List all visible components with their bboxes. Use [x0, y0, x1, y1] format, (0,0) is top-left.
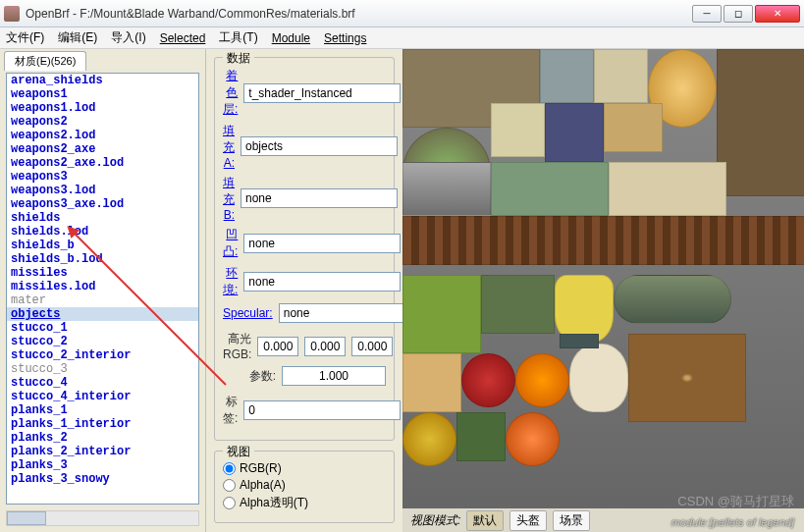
radio-rgb[interactable]: RGB(R): [223, 461, 386, 475]
viewmode-scene[interactable]: 场景: [553, 510, 590, 531]
list-item[interactable]: stucco_4_interior: [7, 390, 198, 403]
list-item[interactable]: objects: [7, 307, 198, 321]
diffB-input[interactable]: [241, 188, 398, 208]
app-icon: [4, 6, 20, 22]
window-titlebar: OpenBrf - F:/Mount&Blade Warband/CommonR…: [0, 0, 804, 27]
list-item[interactable]: shields_b.lod: [7, 252, 198, 266]
list-item[interactable]: shields_b: [7, 239, 198, 252]
menu-file[interactable]: 文件(F): [6, 29, 44, 46]
close-button[interactable]: ✕: [755, 5, 800, 23]
shader-label[interactable]: 着色层:: [223, 68, 238, 118]
list-item[interactable]: missiles.lod: [7, 280, 198, 293]
list-item[interactable]: planks_1_interior: [7, 417, 198, 431]
list-item[interactable]: stucco_3: [7, 362, 198, 376]
spec-r-input[interactable]: [257, 337, 298, 356]
list-item[interactable]: shields: [7, 211, 198, 225]
env-input[interactable]: [243, 272, 401, 292]
list-item[interactable]: stucco_4: [7, 376, 198, 390]
coeff-label: 参数:: [223, 368, 276, 385]
diffB-label[interactable]: 填充B:: [223, 175, 235, 222]
list-item[interactable]: weapons1: [7, 87, 198, 101]
list-item[interactable]: weapons2_axe.lod: [7, 156, 198, 170]
list-item[interactable]: missiles: [7, 266, 198, 280]
bump-label[interactable]: 凹凸:: [223, 227, 238, 260]
list-item[interactable]: weapons3_axe.lod: [7, 197, 198, 211]
list-item[interactable]: shields.lod: [7, 225, 198, 239]
viewmode-default[interactable]: 默认: [466, 510, 504, 531]
viewmode-helmet[interactable]: 头盔: [509, 510, 547, 531]
data-group: 数据 着色层: 填充A: 填充B: 凹凸: 环境: Spec: [214, 57, 395, 441]
status-text: module:[pellets of legend]: [671, 516, 794, 528]
diffA-label[interactable]: 填充A:: [223, 123, 235, 170]
menu-selected[interactable]: Selected: [160, 31, 206, 45]
list-item[interactable]: arena_shields: [7, 74, 198, 87]
menu-tools[interactable]: 工具(T): [219, 29, 257, 46]
material-list[interactable]: arena_shieldsweapons1weapons1.lodweapons…: [6, 73, 199, 505]
list-item[interactable]: planks_3: [7, 458, 198, 472]
list-item[interactable]: weapons1.lod: [7, 101, 198, 115]
menu-module[interactable]: Module: [272, 31, 310, 45]
menubar: 文件(F) 编辑(E) 导入(I) Selected 工具(T) Module …: [0, 27, 804, 49]
viewmode-label: 视图模式:: [410, 512, 460, 529]
coeff-input[interactable]: [282, 366, 386, 386]
radio-alpha[interactable]: Alpha(A): [223, 478, 386, 492]
list-item[interactable]: mater: [7, 293, 198, 307]
tag-input[interactable]: [243, 400, 401, 420]
view-legend: 视图: [223, 444, 254, 460]
list-item[interactable]: stucco_1: [7, 321, 198, 335]
list-item[interactable]: weapons3.lod: [7, 184, 198, 197]
list-item[interactable]: weapons2.lod: [7, 129, 198, 142]
maximize-button[interactable]: ◻: [724, 5, 753, 23]
specrgb-label: 高光RGB:: [223, 331, 251, 361]
window-title: OpenBrf - F:/Mount&Blade Warband/CommonR…: [26, 7, 692, 21]
list-item[interactable]: stucco_2_interior: [7, 348, 198, 362]
list-item[interactable]: planks_2_interior: [7, 445, 198, 458]
list-item[interactable]: planks_3_snowy: [7, 472, 198, 486]
view-group: 视图 RGB(R) Alpha(A) Alpha透明(T): [214, 451, 395, 523]
list-item[interactable]: planks_1: [7, 403, 198, 417]
bump-input[interactable]: [243, 234, 401, 253]
menu-edit[interactable]: 编辑(E): [58, 29, 97, 46]
tag-label: 标签:: [223, 394, 238, 427]
shader-input[interactable]: [243, 83, 401, 103]
list-item[interactable]: weapons3: [7, 170, 198, 184]
spec-g-input[interactable]: [304, 337, 346, 356]
tab-materials[interactable]: 材质(E)(526): [4, 51, 86, 71]
horizontal-scrollbar[interactable]: [6, 510, 199, 526]
env-label[interactable]: 环境:: [223, 265, 238, 298]
radio-alphat[interactable]: Alpha透明(T): [223, 495, 386, 511]
data-legend: 数据: [223, 50, 254, 67]
list-item[interactable]: weapons2_axe: [7, 142, 198, 156]
menu-settings[interactable]: Settings: [324, 31, 366, 45]
menu-import[interactable]: 导入(I): [111, 29, 145, 46]
spec-label[interactable]: Specular:: [223, 306, 273, 320]
texture-preview[interactable]: [402, 49, 804, 508]
list-item[interactable]: stucco_2: [7, 335, 198, 348]
minimize-button[interactable]: ─: [692, 5, 722, 23]
list-item[interactable]: weapons2: [7, 115, 198, 129]
diffA-input[interactable]: [241, 136, 398, 156]
spec-b-input[interactable]: [351, 337, 393, 356]
list-item[interactable]: planks_2: [7, 431, 198, 445]
